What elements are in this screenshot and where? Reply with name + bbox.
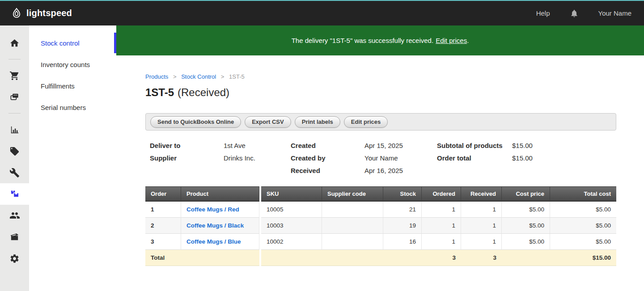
total-blank <box>502 250 550 266</box>
wrench-icon[interactable] <box>0 162 29 183</box>
print-labels-button[interactable]: Print labels <box>295 116 340 128</box>
banner-suffix: . <box>467 37 469 44</box>
page-title: 1ST-5(Received) <box>145 85 616 100</box>
top-bar: lightspeed Help Your Name <box>0 0 644 25</box>
secondary-sidebar: Stock control Inventory counts Fulfillme… <box>29 25 116 291</box>
total-cost-value: $15.00 <box>550 250 616 266</box>
gear-icon[interactable] <box>0 248 29 269</box>
breadcrumb-current: 1ST-5 <box>229 73 245 80</box>
col-header-sku: SKU <box>261 186 322 202</box>
cell-product: Coffee Mugs / Red <box>181 202 259 218</box>
order-details: Deliver to1st Ave SupplierDrinks Inc. Cr… <box>145 137 616 177</box>
banner-message: The delivery "1ST-5" was successfully re… <box>292 37 433 44</box>
success-banner: The delivery "1ST-5" was successfully re… <box>116 25 644 55</box>
page-content: Products > Stock Control > 1ST-5 1ST-5(R… <box>116 55 644 291</box>
user-menu[interactable]: Your Name <box>598 9 632 17</box>
inventory-boxes-icon[interactable] <box>0 183 29 205</box>
col-header-supplier-code: Supplier code <box>322 186 383 202</box>
order-total-value: $15.00 <box>512 154 533 162</box>
sidebar-item-fulfillments[interactable]: Fulfillments <box>29 75 116 97</box>
cell-sku: 10002 <box>261 234 322 250</box>
cell-received: 1 <box>461 234 502 250</box>
cell-total-cost: $5.00 <box>550 218 616 234</box>
breadcrumb: Products > Stock Control > 1ST-5 <box>145 73 616 81</box>
created-value: Apr 15, 2025 <box>364 142 403 149</box>
created-by-label: Created by <box>291 154 364 162</box>
subtotal-label: Subtotal of products <box>437 142 512 149</box>
cell-cost-price: $5.00 <box>502 218 550 234</box>
product-link[interactable]: Coffee Mugs / Blue <box>186 238 241 245</box>
product-link[interactable]: Coffee Mugs / Red <box>186 206 239 213</box>
cell-supplier-code <box>322 202 383 218</box>
sidebar-item-inventory-counts[interactable]: Inventory counts <box>29 54 116 75</box>
app-screen: lightspeed Help Your Name <box>0 0 644 291</box>
order-status: (Received) <box>178 86 229 98</box>
line-items-table: Order Product SKU Supplier code Stock Or… <box>145 186 616 266</box>
received-value: Apr 16, 2025 <box>364 167 403 174</box>
cell-supplier-code <box>322 218 383 234</box>
col-header-product: Product <box>181 186 259 202</box>
deliver-to-value: 1st Ave <box>224 142 246 149</box>
col-header-total-cost: Total cost <box>550 186 616 202</box>
breadcrumb-stock-control[interactable]: Stock Control <box>181 73 216 80</box>
cell-stock: 16 <box>383 234 422 250</box>
cell-ordered: 1 <box>422 218 461 234</box>
breadcrumb-products[interactable]: Products <box>145 73 168 80</box>
edit-prices-button[interactable]: Edit prices <box>344 116 388 128</box>
lightspeed-flame-icon <box>11 8 22 19</box>
home-icon[interactable] <box>0 32 29 54</box>
total-label: Total <box>145 250 259 266</box>
tag-icon[interactable] <box>0 140 29 162</box>
cart-icon[interactable] <box>0 65 29 86</box>
order-id: 1ST-5 <box>145 86 174 98</box>
cell-cost-price: $5.00 <box>502 202 550 218</box>
sidebar-divider <box>8 113 21 114</box>
cell-order: 3 <box>145 234 181 250</box>
col-header-stock: Stock <box>383 186 422 202</box>
cell-order: 1 <box>145 202 181 218</box>
order-total-label: Order total <box>437 154 512 162</box>
col-header-ordered: Ordered <box>422 186 461 202</box>
cell-total-cost: $5.00 <box>550 234 616 250</box>
total-blank <box>261 250 422 266</box>
cell-total-cost: $5.00 <box>550 202 616 218</box>
cell-received: 1 <box>461 218 502 234</box>
logo-wordmark: lightspeed <box>26 8 72 18</box>
supplier-value: Drinks Inc. <box>224 154 255 162</box>
created-by-value: Your Name <box>364 154 398 162</box>
banner-edit-prices-link[interactable]: Edit prices <box>436 37 467 44</box>
breadcrumb-separator: > <box>221 73 225 80</box>
cell-ordered: 1 <box>422 202 461 218</box>
notifications-bell-icon[interactable] <box>570 9 579 18</box>
product-link[interactable]: Coffee Mugs / Black <box>186 222 244 229</box>
main-area: The delivery "1ST-5" was successfully re… <box>116 25 644 291</box>
open-box-icon[interactable] <box>0 226 29 248</box>
sidebar-item-serial-numbers[interactable]: Serial numbers <box>29 97 116 118</box>
cell-sku: 10005 <box>261 202 322 218</box>
breadcrumb-separator: > <box>173 73 177 80</box>
help-link[interactable]: Help <box>536 9 550 17</box>
cell-ordered: 1 <box>422 234 461 250</box>
cell-stock: 21 <box>383 202 422 218</box>
cell-product: Coffee Mugs / Black <box>181 218 259 234</box>
cell-sku: 10003 <box>261 218 322 234</box>
cell-product: Coffee Mugs / Blue <box>181 234 259 250</box>
col-header-order: Order <box>145 186 181 202</box>
deliver-to-label: Deliver to <box>150 142 224 149</box>
total-received: 3 <box>461 250 502 266</box>
cell-supplier-code <box>322 234 383 250</box>
subtotal-value: $15.00 <box>512 142 533 149</box>
export-csv-button[interactable]: Export CSV <box>245 116 291 128</box>
bar-chart-icon[interactable] <box>0 119 29 140</box>
register-icon[interactable] <box>0 86 29 108</box>
send-to-quickbooks-button[interactable]: Send to QuickBooks Online <box>150 116 241 128</box>
total-ordered: 3 <box>422 250 461 266</box>
action-toolbar: Send to QuickBooks Online Export CSV Pri… <box>145 113 616 131</box>
lightspeed-logo[interactable]: lightspeed <box>11 8 72 19</box>
cell-cost-price: $5.00 <box>502 234 550 250</box>
supplier-label: Supplier <box>150 154 224 162</box>
sidebar-item-stock-control[interactable]: Stock control <box>29 32 116 54</box>
icon-sidebar <box>0 25 29 291</box>
received-label: Received <box>291 167 364 174</box>
customers-icon[interactable] <box>0 205 29 226</box>
